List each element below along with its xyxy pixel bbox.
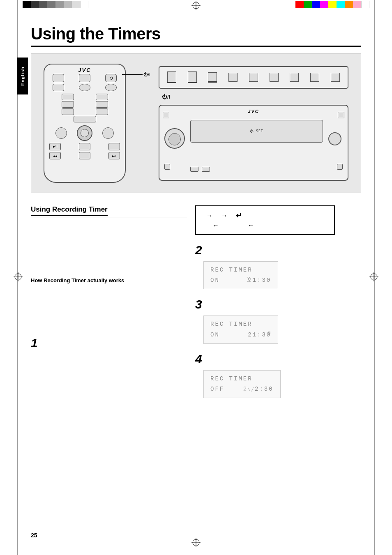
vcr-main-panel: JVC ⏻ SET [159,105,348,181]
remote-num-6 [96,108,108,115]
color-bar-cyan [337,1,345,8]
vcr-knob-right [328,132,341,145]
remote-dpad-center [77,125,92,141]
color-bar-white [80,1,88,8]
spacer-2 [31,287,187,336]
remote-num-5 [62,108,74,115]
remote-btn-2 [79,74,90,82]
step-3-number: 3 [195,297,361,311]
flow-back-arrow-2: ← [248,222,254,229]
vcr-indicator-6 [270,73,279,82]
color-bar-mid [47,1,55,8]
vcr-knob-left-inner [168,133,181,145]
right-column: → → ↵ ← ← 2 REC TIME [195,205,361,406]
remote-wide-btn [74,116,96,122]
lcd-text-1: REC TIMER ON 2╳1:30 [203,261,278,289]
recording-timer-heading: Using Recording Timer [31,205,108,216]
remote-dpad-right [102,127,114,139]
vcr-knob-left [164,128,185,149]
lcd-text-3: REC TIMER OFF 2╲╱2:30 [203,370,281,398]
lcd-line2-b: ON 21:30⊠ [210,330,271,340]
vcr-corner-btn-left [164,164,170,170]
vcr-indicator-9 [331,73,340,82]
remote-btn-4 [79,84,90,91]
remote-bottom-row: ◀◀ ▶/II [44,151,125,160]
vcr-indicator-8 [310,73,319,82]
title-underline [31,46,361,47]
remote-rew-btn: ▶/II [108,152,120,159]
remote-transport-2 [79,143,90,150]
sub-heading: How Recording Timer actually works [31,277,187,283]
flow-top-row: → → ↵ [202,211,328,220]
remote-dpad [44,124,125,142]
remote-play-btn: ▶/II [49,143,61,150]
color-bar-dark2 [39,1,47,8]
flow-diagram: → → ↵ ← ← [195,205,335,235]
vcr-bottom-btns [190,167,323,172]
crosshair-right-icon [369,272,378,281]
remote-bottom-2 [79,152,90,159]
vcr-corner-btn-right [337,164,343,170]
vcr-top-panel [159,66,348,89]
power-arrow-line [122,74,143,75]
two-column-layout: Using Recording Timer How Recording Time… [31,205,361,406]
vcr-small-btn-1 [190,167,198,172]
flow-bottom-row: ← ← [202,222,328,229]
page-number: 25 [31,532,37,539]
recording-timer-heading-block: Using Recording Timer [31,205,187,217]
top-bar [0,0,392,12]
flow-arrow-1: → [206,212,213,219]
heading-underline-2 [31,217,187,217]
step-4-block: 4 REC TIMER OFF 2╲╱2:30 [195,352,361,398]
color-bar-dark1 [31,1,39,8]
lcd-display-2: REC TIMER ON 21:30⊠ [203,315,361,343]
color-bar-pink [353,1,361,8]
remote-ff-btn: ◀◀ [49,152,61,159]
remote-control-wrapper: JVC ⏻ [44,64,126,183]
vcr-small-btn-2 [202,167,210,172]
vcr-indicator-5 [249,73,258,82]
remote-num-3 [62,101,74,108]
remote-row-2 [44,83,125,92]
color-bar-black [23,1,31,8]
color-bar-white2 [361,1,369,8]
spacer-1 [31,220,187,277]
vcr-brand-label: JVC [248,109,259,114]
remote-dpad-left [55,127,67,139]
flow-return-arrow: ↵ [236,211,242,220]
lcd-line2-c: OFF 2╲╱2:30 [210,384,274,394]
step-3-block: 3 REC TIMER ON 21:30⊠ [195,297,361,343]
page-title-section: Using the Timers [31,25,361,47]
left-column: Using Recording Timer How Recording Time… [31,205,187,406]
color-bar-red [295,1,304,8]
vcr-slot-right [338,112,344,118]
language-tab: English [17,58,28,94]
vcr-display: ⏻ SET [190,120,323,143]
step-4-number: 4 [195,352,361,366]
remote-num-1 [62,94,74,100]
remote-power-row: ⏻ [44,74,125,83]
remote-control: JVC ⏻ [44,64,126,183]
vcr-indicator-7 [290,73,299,82]
remote-transport-3 [108,143,120,150]
step-2-number: 2 [195,243,361,257]
flow-arrow-2: → [221,212,228,219]
lcd-line1-a: REC TIMER [210,265,271,275]
lcd-display-3: REC TIMER OFF 2╲╱2:30 [203,370,361,398]
vcr-indicator-1 [167,71,176,83]
vcr-indicator-4 [228,73,238,82]
remote-num-2 [96,94,108,100]
remote-num-4 [96,101,108,108]
diagram-area: JVC ⏻ [31,53,361,193]
flow-back-arrow-1: ← [212,222,219,229]
color-bar-orange [345,1,353,8]
color-bar-green [304,1,312,8]
remote-numpad [44,92,125,124]
page-title: Using the Timers [31,25,361,43]
vcr-display-text: ⏻ SET [250,129,263,133]
power-indicator: ⏻/I [122,72,150,77]
color-bar-blue [312,1,320,8]
remote-btn-5 [105,84,117,91]
vcr-slot-left [163,112,169,118]
crosshair-bottom [191,538,201,549]
